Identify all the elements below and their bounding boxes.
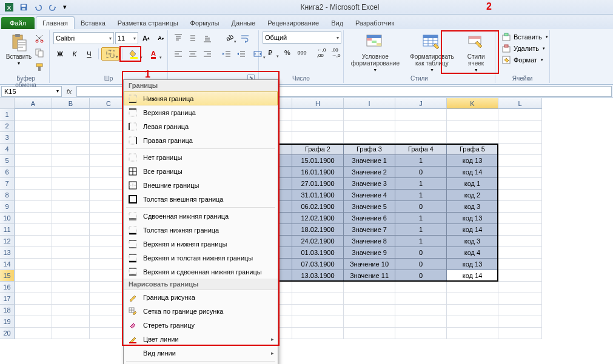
cell-L20[interactable]: [498, 328, 542, 339]
cell-H2[interactable]: [292, 121, 344, 132]
col-header-J[interactable]: J: [395, 98, 447, 109]
cell-B8[interactable]: [52, 190, 90, 201]
cell-B9[interactable]: [52, 201, 90, 213]
cell-C18[interactable]: [90, 305, 128, 316]
cell-B14[interactable]: [52, 259, 90, 270]
cell-K2[interactable]: [447, 121, 498, 132]
row-header-12[interactable]: 12: [0, 236, 15, 247]
cell-H3[interactable]: [292, 132, 344, 144]
menu-draw-border-grid[interactable]: Сетка по границе рисунка: [124, 304, 278, 318]
cell-H20[interactable]: [292, 328, 344, 339]
cell-C15[interactable]: [90, 270, 128, 282]
align-top-icon[interactable]: [172, 31, 185, 45]
cell-A5[interactable]: [15, 155, 52, 167]
font-size-combo[interactable]: 11▾: [115, 32, 138, 44]
decrease-decimal-icon[interactable]: ,00→,0: [329, 46, 343, 59]
cell-J18[interactable]: [395, 305, 447, 316]
cell-I12[interactable]: Значение 8: [344, 236, 395, 247]
cell-C17[interactable]: [90, 293, 128, 305]
accounting-format-icon[interactable]: ₽: [263, 46, 280, 59]
cell-L18[interactable]: [498, 305, 542, 316]
cell-A8[interactable]: [15, 190, 52, 201]
cell-C7[interactable]: [90, 178, 128, 190]
cell-B10[interactable]: [52, 213, 90, 224]
italic-button[interactable]: К: [68, 47, 81, 61]
cell-A2[interactable]: [15, 121, 52, 132]
menu-right-border[interactable]: Правая граница: [124, 133, 278, 147]
cell-L4[interactable]: [498, 144, 542, 155]
cell-J13[interactable]: 0: [395, 247, 447, 259]
cell-C5[interactable]: [90, 155, 128, 167]
row-header-11[interactable]: 11: [0, 224, 15, 236]
menu-double-bottom-border[interactable]: Сдвоенная нижняя граница: [124, 209, 278, 223]
cell-B19[interactable]: [52, 316, 90, 328]
cell-B6[interactable]: [52, 167, 90, 178]
cell-C16[interactable]: [90, 282, 128, 293]
cell-B1[interactable]: [52, 109, 90, 121]
row-header-18[interactable]: 18: [0, 305, 15, 316]
cell-I9[interactable]: Значение 5: [344, 201, 395, 213]
menu-no-border[interactable]: Нет границы: [124, 150, 278, 164]
menu-draw-border[interactable]: Граница рисунка: [124, 290, 278, 304]
cell-H15[interactable]: 13.03.1900: [292, 270, 344, 282]
cell-J16[interactable]: [395, 282, 447, 293]
cell-K5[interactable]: код 13: [447, 155, 498, 167]
cell-C1[interactable]: [90, 109, 128, 121]
cell-B15[interactable]: [52, 270, 90, 282]
tab-home[interactable]: Главная: [36, 16, 75, 29]
cell-A11[interactable]: [15, 224, 52, 236]
number-format-combo[interactable]: Общий▾: [263, 31, 341, 44]
menu-bottom-border[interactable]: Нижняя граница: [124, 91, 278, 105]
cell-J15[interactable]: 0: [395, 270, 447, 282]
format-as-table-button[interactable]: Форматировать как таблицу▼: [404, 31, 460, 73]
menu-left-border[interactable]: Левая граница: [124, 119, 278, 133]
format-cells-button[interactable]: Формат▾: [499, 55, 546, 65]
font-name-combo[interactable]: Calibri▾: [53, 32, 114, 44]
cell-A15[interactable]: [15, 270, 52, 282]
cell-H1[interactable]: [292, 109, 344, 121]
paste-button[interactable]: Вставить ▼: [6, 31, 32, 67]
row-header-13[interactable]: 13: [0, 247, 15, 259]
qat-customize-icon[interactable]: ▾: [61, 1, 69, 13]
cell-A9[interactable]: [15, 201, 52, 213]
percent-format-icon[interactable]: %: [281, 46, 294, 59]
cell-A20[interactable]: [15, 328, 52, 339]
cell-H10[interactable]: 12.02.1900: [292, 213, 344, 224]
cell-L12[interactable]: [498, 236, 542, 247]
align-middle-icon[interactable]: [186, 31, 199, 45]
font-color-button[interactable]: A: [144, 47, 162, 61]
cell-L3[interactable]: [498, 132, 542, 144]
cell-A14[interactable]: [15, 259, 52, 270]
copy-icon[interactable]: [33, 46, 46, 59]
tab-formulas[interactable]: Формулы: [184, 17, 226, 29]
cell-C10[interactable]: [90, 213, 128, 224]
cell-J4[interactable]: Графа 4: [395, 144, 447, 155]
cell-I4[interactable]: Графа 3: [344, 144, 395, 155]
cell-B20[interactable]: [52, 328, 90, 339]
row-header-6[interactable]: 6: [0, 167, 15, 178]
cell-I2[interactable]: [344, 121, 395, 132]
cell-A18[interactable]: [15, 305, 52, 316]
cell-I5[interactable]: Значение 1: [344, 155, 395, 167]
decrease-indent-icon[interactable]: [220, 47, 233, 61]
cell-L10[interactable]: [498, 213, 542, 224]
cell-L16[interactable]: [498, 282, 542, 293]
cell-L11[interactable]: [498, 224, 542, 236]
cell-L6[interactable]: [498, 167, 542, 178]
col-header-H[interactable]: H: [292, 98, 344, 109]
menu-erase-border[interactable]: Стереть границу: [124, 318, 278, 332]
cell-A7[interactable]: [15, 178, 52, 190]
format-painter-icon[interactable]: [33, 61, 46, 74]
cell-J17[interactable]: [395, 293, 447, 305]
cell-K11[interactable]: код 14: [447, 224, 498, 236]
cell-J12[interactable]: 1: [395, 236, 447, 247]
cell-H5[interactable]: 15.01.1900: [292, 155, 344, 167]
orientation-icon[interactable]: ab: [220, 31, 237, 45]
insert-cells-button[interactable]: Вставить▾: [499, 31, 551, 42]
cell-J11[interactable]: 1: [395, 224, 447, 236]
cell-J6[interactable]: 0: [395, 167, 447, 178]
cell-L7[interactable]: [498, 178, 542, 190]
menu-line-color[interactable]: Цвет линии▸: [124, 332, 278, 339]
cell-J3[interactable]: [395, 132, 447, 144]
cell-I13[interactable]: Значение 9: [344, 247, 395, 259]
